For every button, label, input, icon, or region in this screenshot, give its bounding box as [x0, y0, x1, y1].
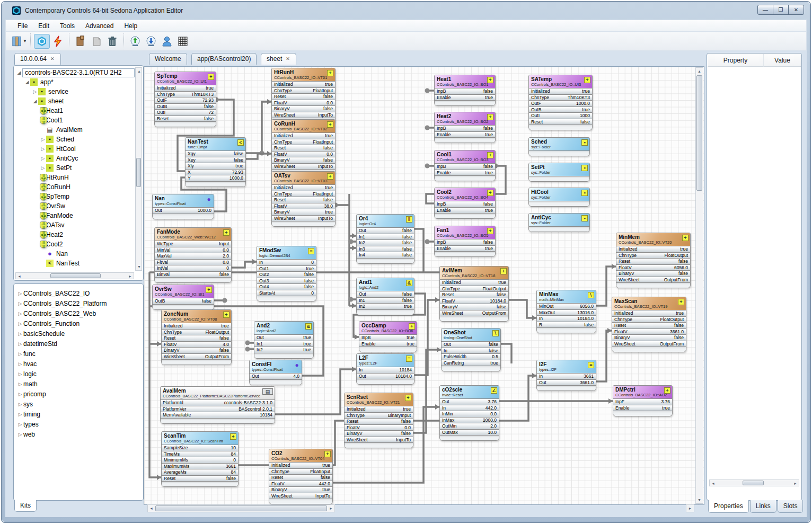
wire[interactable] [501, 344, 511, 363]
scroll-up-icon[interactable]: ▲ [696, 68, 703, 75]
kit-item-logic[interactable]: ▷logic [17, 369, 141, 379]
slot-row[interactable]: FloatV3661.0 [612, 328, 686, 335]
slot-row[interactable]: In1false [357, 234, 414, 240]
slot-row[interactable]: FloatV6056.0 [616, 264, 690, 271]
slot-row[interactable]: In1true [254, 341, 313, 347]
slot-row[interactable]: ChnTypeBinaryInput [345, 412, 413, 419]
slot-row[interactable]: TimeMs84 [162, 451, 238, 457]
send-to-device-button[interactable] [143, 34, 159, 49]
canvas-horizontal-scrollbar[interactable]: ◄ ► [147, 504, 335, 512]
block-anticyc[interactable]: AntiCycsys::Folder▪ [528, 213, 590, 232]
wire[interactable] [596, 331, 612, 381]
tab-app-bascontrol20-[interactable]: app(BAScontrol20) [191, 53, 257, 65]
slot-row[interactable]: CanRetrigtrue [442, 360, 500, 366]
delete-button[interactable] [104, 34, 120, 49]
kit-item-basicschedule[interactable]: ▷basicSchedule [17, 328, 141, 339]
kit-item-ccontrols_basc22_io[interactable]: ▷CControls_BASC22_IO [17, 288, 141, 298]
block-maxscan[interactable]: MaxScanCControls_BASC22_IO::VT19+Initial… [612, 297, 686, 352]
value-column-header[interactable]: Value [764, 54, 801, 67]
slot-row[interactable]: OutF1000.0 [529, 100, 592, 106]
slot-row[interactable]: FloatV0.0 [272, 100, 335, 106]
scroll-right-icon[interactable]: ► [792, 480, 799, 487]
expander-icon[interactable]: ▷ [17, 402, 23, 407]
block-scantim[interactable]: ScanTimCControls_BASC22_IO::ScanTim+Samp… [161, 431, 239, 487]
block-zonenum[interactable]: ZoneNumCControls_BASC22_IO::VT08+Initial… [161, 309, 232, 365]
slot-row[interactable]: InpF3.76 [613, 398, 672, 405]
slot-row[interactable]: Out4false [257, 283, 316, 290]
tab-sheet[interactable]: sheet✕ [261, 53, 296, 65]
slot-row[interactable]: Resetfalse [440, 291, 508, 298]
slot-row[interactable]: In10184.0 [537, 315, 596, 322]
slot-row[interactable]: BinaryVfalse [616, 270, 690, 277]
slot-row[interactable]: Out3.76 [440, 398, 499, 405]
block-nantest[interactable]: NanTestfunc::Cmpr<XgyfalseXeyfalseXlytru… [185, 137, 246, 187]
slot-row[interactable]: Resetfalse [345, 418, 413, 424]
expander-icon[interactable]: ▷ [40, 156, 46, 161]
block-oneshot[interactable]: OneShottiming::OneShot∖OutfalseInfalsePu… [441, 328, 501, 371]
title-bar[interactable]: Contemporary Controls 64-bit Sedona Appl… [2, 2, 810, 19]
tree-vertical-scrollbar[interactable]: ▲ ▼ [135, 67, 142, 271]
kit-item-pricomp[interactable]: ▷pricomp [17, 389, 141, 399]
slot-row[interactable]: Initializedtrue [529, 88, 592, 94]
slot-row[interactable]: Out3false [257, 278, 316, 284]
block-htrunh[interactable]: HtRunHCControls_BASC22_IO::VT01+Initiali… [271, 68, 336, 123]
slot-row[interactable]: PulseWidth0.5 [442, 353, 500, 360]
expander-icon[interactable]: ▷ [17, 432, 23, 437]
expander-icon[interactable]: ▷ [40, 146, 46, 152]
slot-row[interactable]: ChnTypeThm10KT3 [155, 91, 216, 97]
slot-row[interactable]: WireSheetOutputFrom [616, 277, 690, 283]
slot-row[interactable]: InpBtrue [359, 334, 417, 341]
get-from-device-button[interactable] [127, 34, 143, 49]
slot-row[interactable]: IntVal0 [155, 265, 231, 271]
scroll-right-icon[interactable]: ► [328, 505, 334, 512]
slot-row[interactable]: Initializedtrue [162, 323, 231, 329]
expander-icon[interactable]: ▷ [40, 137, 46, 142]
slot-row[interactable]: In4false [357, 252, 414, 258]
tree-item-htrunh[interactable]: ╬HtRunH [15, 173, 135, 182]
slot-row[interactable]: WcTypeInput [155, 241, 231, 247]
slot-row[interactable]: In0 [257, 259, 316, 265]
block-and2[interactable]: And2logic::And2&OuttrueIn1trueIn2true [254, 321, 314, 359]
block-sptemp[interactable]: SpTempCControls_BASC22_IO::UI1+Initializ… [154, 72, 216, 127]
scroll-right-icon[interactable]: ► [127, 273, 134, 280]
slot-row[interactable]: InMax2000.0 [440, 417, 499, 423]
slot-row[interactable]: OutI1000 [529, 112, 592, 119]
slot-row[interactable]: ChnTypeFloatInput [272, 191, 335, 197]
slot-row[interactable]: Resetfalse [272, 93, 335, 100]
slot-row[interactable]: ChnTypeFloatInput [272, 139, 335, 145]
scroll-up-icon[interactable]: ▲ [136, 68, 143, 75]
slot-row[interactable]: WireSheetInputTo [345, 437, 413, 443]
slot-row[interactable]: Outfalse [357, 291, 414, 297]
expander-icon[interactable]: ◢ [24, 79, 30, 85]
slot-row[interactable]: FloatV0.0 [272, 151, 335, 157]
block-avalmem[interactable]: AvalMemCControls_BASC22_Platform::BASC22… [160, 386, 275, 424]
menu-tools[interactable]: Tools [55, 21, 80, 31]
slot-row[interactable]: BinaryVfalse [272, 105, 335, 112]
slot-row[interactable]: Resetfalse [272, 145, 335, 151]
kit-item-timing[interactable]: ▷timing [17, 409, 141, 419]
expander-icon[interactable]: ◢ [32, 99, 38, 104]
slot-row[interactable]: In10184 [357, 367, 414, 373]
slot-row[interactable]: BinaryVtrue [272, 209, 335, 215]
deploy-button[interactable] [50, 34, 66, 49]
slot-row[interactable]: Resetfalse [529, 119, 592, 125]
slot-row[interactable]: WireSheetInputTo [272, 112, 335, 118]
slot-row[interactable]: OutMax10.0 [440, 429, 499, 436]
slot-row[interactable]: Out2false [257, 271, 316, 278]
slot-row[interactable]: Out1000.0 [153, 207, 214, 214]
slot-row[interactable]: StartsAt0 [257, 290, 316, 296]
block-corunh[interactable]: CoRunHCControls_BASC22_IO::VT02+Initiali… [271, 119, 336, 175]
block-heat2[interactable]: Heat2CControls_BASC22_IO::BO2+InpBfalseE… [434, 112, 496, 143]
slot-row[interactable]: Xeyfalse [186, 157, 245, 163]
tab-welcome[interactable]: Welcome [149, 53, 187, 65]
slot-row[interactable]: PlatformVerBAScontrol 2.0.1 [161, 406, 275, 412]
slot-row[interactable]: Out10184.0 [357, 373, 414, 379]
slot-row[interactable]: SampleSize10 [162, 445, 238, 451]
connect-button[interactable] [34, 34, 50, 49]
kit-item-datetimestd[interactable]: ▷datetimeStd [17, 339, 141, 349]
expander-icon[interactable]: ▷ [17, 321, 23, 326]
slot-row[interactable]: MinOut6056.0 [537, 303, 596, 309]
slot-row[interactable]: ChnTypeFloatOutput [440, 286, 508, 292]
slot-row[interactable]: OutBtrue [529, 106, 592, 113]
slot-row[interactable]: X72.93 [186, 169, 245, 175]
